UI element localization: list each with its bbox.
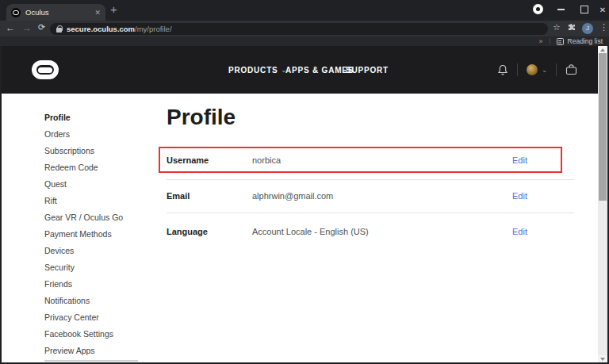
oculus-favicon-icon: [11, 8, 21, 17]
tab-close-icon[interactable]: ✕: [94, 9, 101, 17]
reading-list-button[interactable]: Reading list: [568, 37, 603, 45]
close-button[interactable]: ✕: [591, 0, 609, 19]
nav-products[interactable]: PRODUCTS ⌄: [228, 46, 286, 94]
address-bar[interactable]: secure.oculus.com /my/profile/: [50, 23, 548, 35]
bookmarks-separator: [550, 38, 550, 44]
minimize-button[interactable]: [549, 0, 573, 19]
sidebar-item-clipped: [44, 360, 138, 362]
sidebar-item-devices[interactable]: Devices: [44, 242, 163, 259]
sidebar-item-payment-methods[interactable]: Payment Methods: [44, 225, 163, 242]
header-separator: [517, 63, 518, 76]
language-label: Language: [167, 227, 208, 236]
bookmarks-overflow-icon[interactable]: »: [539, 37, 543, 45]
sidebar-item-notifications[interactable]: Notifications: [44, 292, 163, 308]
page-viewport: PRODUCTS ⌄ APPS & GAMES SUPPORT ⌄: [2, 46, 598, 362]
scrollbar-up-arrow[interactable]: [598, 46, 607, 53]
language-edit-link[interactable]: Edit: [512, 227, 527, 236]
sidebar-item-redeem-code[interactable]: Redeem Code: [44, 159, 163, 175]
scrollbar-down-arrow[interactable]: [598, 355, 607, 362]
page-title: Profile: [167, 105, 236, 130]
sidebar-item-orders[interactable]: Orders: [44, 125, 163, 142]
language-value: Account Locale - English (US): [252, 227, 369, 236]
cart-icon[interactable]: [565, 64, 577, 75]
sidebar-item-rift[interactable]: Rift: [44, 192, 163, 209]
lock-icon: [56, 25, 62, 33]
reload-icon[interactable]: ⟳: [38, 22, 45, 33]
sidebar-item-security[interactable]: Security: [44, 259, 163, 275]
sidebar-item-preview-apps[interactable]: Preview Apps: [44, 342, 163, 358]
browser-tab[interactable]: Oculus ✕: [6, 4, 105, 21]
username-label: Username: [167, 155, 209, 165]
forward-icon[interactable]: →: [22, 22, 32, 33]
tab-title: Oculus: [25, 8, 94, 17]
site-header: PRODUCTS ⌄ APPS & GAMES SUPPORT ⌄: [2, 46, 598, 94]
account-chevron-icon[interactable]: ⌄: [542, 67, 547, 74]
sidebar-item-friends[interactable]: Friends: [44, 275, 163, 292]
extensions-icon[interactable]: [568, 24, 576, 33]
sidebar-item-quest[interactable]: Quest: [44, 175, 163, 192]
sidebar-item-gearvr[interactable]: Gear VR / Oculus Go: [44, 209, 163, 225]
sidebar-item-subscriptions[interactable]: Subscriptions: [44, 142, 163, 159]
titlebar: Oculus ✕ + ✕: [0, 0, 609, 21]
back-icon[interactable]: ←: [6, 22, 15, 33]
notifications-bell-icon[interactable]: [497, 64, 508, 76]
sidebar-item-facebook-settings[interactable]: Facebook Settings: [44, 325, 163, 342]
nav-support[interactable]: SUPPORT: [346, 46, 389, 94]
white-circle-icon: [533, 4, 543, 14]
account-sidebar: Profile Orders Subscriptions Redeem Code…: [44, 109, 163, 358]
highlight-rectangle: [159, 147, 562, 173]
reading-list-icon: [557, 38, 564, 45]
nav-support-label: SUPPORT: [346, 66, 389, 75]
nav-products-label: PRODUCTS: [228, 66, 278, 75]
oculus-logo-icon[interactable]: [32, 60, 59, 79]
row-divider: [167, 179, 574, 180]
sidebar-item-privacy-center[interactable]: Privacy Center: [44, 308, 163, 325]
browser-menu-icon[interactable]: ⋮: [599, 22, 608, 33]
username-edit-link[interactable]: Edit: [512, 155, 527, 165]
header-separator: [556, 63, 557, 76]
sidebar-item-profile[interactable]: Profile: [44, 109, 163, 125]
url-path: /my/profile/: [135, 25, 171, 33]
browser-toolbar: ← → ⟳ secure.oculus.com /my/profile/ ☆ J…: [0, 21, 609, 36]
page-scrollbar[interactable]: [598, 46, 607, 362]
row-divider: [167, 213, 574, 213]
scrollbar-thumb[interactable]: [599, 53, 607, 201]
bookmark-star-icon[interactable]: ☆: [553, 22, 561, 33]
email-value: alphrwin@gmail.com: [252, 191, 333, 201]
account-avatar[interactable]: [527, 64, 538, 75]
browser-profile-avatar[interactable]: J: [582, 23, 593, 34]
nav-apps-games[interactable]: APPS & GAMES: [285, 46, 354, 94]
username-value: norbica: [252, 155, 281, 165]
nav-apps-games-label: APPS & GAMES: [285, 66, 354, 75]
url-domain: secure.oculus.com: [67, 25, 135, 33]
email-edit-link[interactable]: Edit: [512, 191, 527, 201]
browser-window: Oculus ✕ + ✕ ← → ⟳ secure.oculus.com /my…: [0, 0, 609, 364]
bookmarks-bar: » Reading list: [0, 36, 609, 46]
email-label: Email: [167, 191, 190, 201]
new-tab-button[interactable]: +: [110, 2, 117, 16]
